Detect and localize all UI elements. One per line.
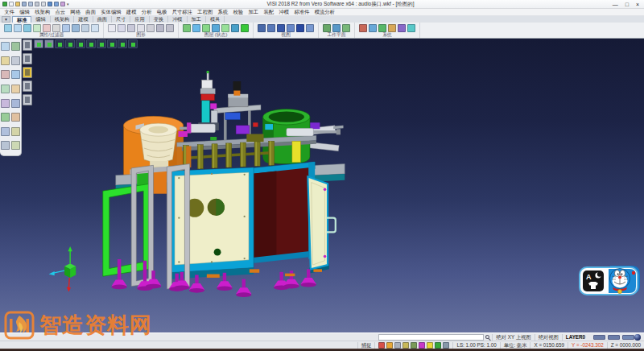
undo-icon[interactable] [47, 2, 52, 6]
viewport-quick-icon[interactable] [44, 39, 54, 48]
status-tool-icon[interactable] [394, 342, 401, 349]
active-layer-indicator[interactable]: LAYER0 [562, 334, 588, 341]
menu-item[interactable]: 尺寸标注 [170, 9, 196, 16]
left-tool-icon[interactable] [1, 127, 10, 136]
status-tool-icon[interactable] [378, 342, 385, 349]
app-icon[interactable] [2, 2, 7, 6]
menu-item[interactable]: 点云 [52, 9, 68, 16]
dock-tab-button[interactable] [23, 67, 32, 78]
status-tool-icon[interactable] [386, 342, 393, 349]
ribbon-icon[interactable] [127, 24, 135, 32]
macro-icon[interactable] [60, 2, 65, 6]
ribbon-icon[interactable] [378, 24, 386, 32]
left-tool-icon[interactable] [11, 99, 20, 108]
menu-item[interactable]: 电极 [155, 9, 170, 16]
ribbon-icon[interactable] [183, 24, 191, 32]
copy-icon[interactable] [41, 2, 46, 6]
ribbon-tab[interactable]: 应用 [130, 16, 149, 23]
left-tool-icon[interactable] [11, 127, 20, 136]
ribbon-icon[interactable] [156, 24, 164, 32]
ribbon-icon[interactable] [118, 24, 126, 32]
left-tool-icon[interactable] [11, 56, 20, 65]
redo-icon[interactable] [54, 2, 59, 6]
close-button[interactable]: × [636, 2, 639, 7]
color-swatch[interactable] [608, 335, 620, 340]
ime-widget[interactable]: A [578, 262, 642, 303]
status-tool-icon[interactable] [419, 342, 425, 349]
print-icon[interactable] [35, 2, 39, 6]
ribbon-icon[interactable] [81, 24, 89, 32]
ribbon-icon[interactable] [398, 24, 406, 32]
status-tool-icon[interactable] [402, 342, 409, 349]
tab-overflow-icon[interactable]: ▼ [2, 16, 10, 23]
ribbon-icon[interactable] [359, 24, 367, 32]
viewport-3d[interactable]: A [0, 39, 644, 332]
ribbon-tab[interactable]: 曲面 [93, 16, 112, 23]
menu-item[interactable]: 模流分析 [312, 9, 338, 16]
render-mode-sphere-icon[interactable] [634, 334, 641, 341]
left-tool-icon[interactable] [1, 141, 10, 150]
minimize-button[interactable]: — [613, 2, 618, 7]
menu-item[interactable]: 建模 [124, 9, 139, 16]
ribbon-icon[interactable] [296, 24, 304, 32]
save-icon[interactable] [22, 2, 27, 6]
left-tool-icon[interactable] [1, 42, 10, 51]
search-icon[interactable] [485, 335, 489, 339]
ribbon-icon[interactable] [192, 24, 200, 32]
menu-item[interactable]: 曲面 [83, 9, 98, 16]
color-swatch[interactable] [622, 335, 634, 340]
ribbon-icon[interactable] [43, 24, 51, 32]
left-tool-icon[interactable] [11, 141, 20, 150]
ribbon-tab[interactable]: 建模 [74, 16, 93, 23]
menu-item[interactable]: 系统 [215, 9, 230, 16]
ribbon-icon[interactable] [202, 24, 210, 32]
ribbon-icon[interactable] [267, 24, 275, 32]
ribbon-icon[interactable] [258, 24, 266, 32]
ribbon-icon[interactable] [108, 24, 116, 32]
viewport-quick-icon[interactable] [107, 39, 117, 48]
viewport-quick-icon[interactable] [76, 39, 85, 48]
open-folder-icon[interactable] [15, 2, 20, 6]
status-tool-icon[interactable] [427, 342, 433, 349]
ribbon-icon[interactable] [306, 24, 314, 32]
ribbon-tab[interactable]: 编辑 [31, 16, 50, 23]
ribbon-icon[interactable] [72, 24, 80, 32]
ribbon-icon[interactable] [52, 24, 60, 32]
ribbon-icon[interactable] [332, 24, 341, 32]
status-tool-icon[interactable] [443, 342, 449, 349]
menu-item[interactable]: 分析 [139, 9, 155, 16]
ribbon-icon[interactable] [277, 24, 285, 32]
new-file-icon[interactable] [9, 2, 14, 6]
ribbon-icon[interactable] [221, 24, 229, 32]
ribbon-icon[interactable] [323, 24, 331, 32]
ribbon-icon[interactable] [369, 24, 377, 32]
dock-tab-button[interactable] [23, 81, 32, 92]
menu-item[interactable]: 校验 [230, 9, 246, 16]
ribbon-tab[interactable]: 模具 [206, 16, 225, 23]
ribbon-tab[interactable]: 冲模 [168, 16, 187, 23]
dock-tab-button[interactable] [23, 39, 32, 51]
left-tool-icon[interactable] [11, 70, 20, 79]
left-tool-icon[interactable] [1, 113, 10, 122]
menu-item[interactable]: 文件 [2, 9, 17, 16]
ribbon-icon[interactable] [14, 24, 22, 32]
command-input[interactable] [378, 334, 484, 341]
viewport-quick-icon[interactable] [34, 39, 43, 48]
menu-item[interactable]: 线架构 [32, 9, 52, 16]
left-tool-icon[interactable] [11, 113, 20, 122]
menu-item[interactable]: 实体编辑 [98, 9, 124, 16]
ribbon-tab[interactable]: 尺寸 [112, 16, 130, 23]
dock-tab-button[interactable] [23, 94, 32, 105]
menu-item[interactable]: 标准件 [291, 9, 312, 16]
ribbon-tab[interactable]: 标准 [12, 16, 31, 23]
viewport-quick-icon[interactable] [118, 39, 127, 48]
left-tool-icon[interactable] [11, 85, 20, 93]
ribbon-icon[interactable] [231, 24, 239, 32]
ribbon-icon[interactable] [4, 24, 12, 32]
menu-item[interactable]: 装配 [261, 9, 276, 16]
left-tool-icon[interactable] [1, 56, 10, 65]
menu-item[interactable]: 加工 [246, 9, 261, 16]
status-tool-icon[interactable] [435, 342, 441, 349]
menu-item[interactable]: 网格 [68, 9, 83, 16]
left-tool-icon[interactable] [1, 99, 10, 108]
